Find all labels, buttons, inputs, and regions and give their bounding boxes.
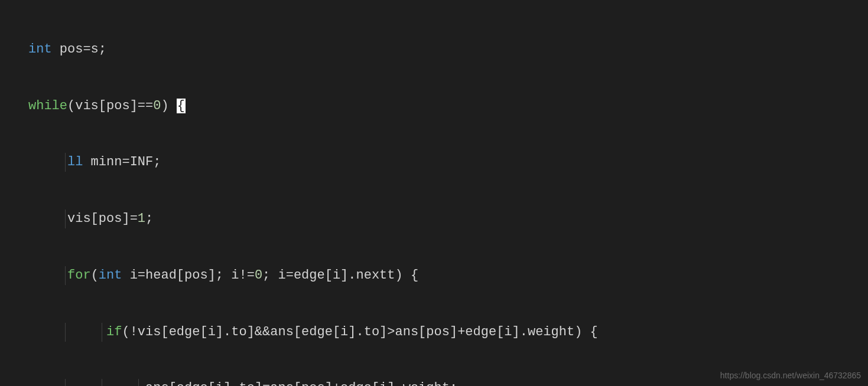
cursor-brace: { (177, 99, 186, 113)
indent-guide (65, 210, 66, 228)
code-text: ) (161, 99, 176, 113)
code-text: i=head[pos]; i!= (122, 268, 254, 283)
keyword-type: int (28, 42, 52, 57)
code-text: (vis[pos]== (67, 99, 153, 113)
keyword-control: while (28, 99, 67, 113)
code-editor[interactable]: int pos=s; while(vis[pos]==0) { ll minn=… (0, 0, 868, 386)
indent-guide (102, 379, 102, 386)
code-text: vis[pos]= (67, 211, 138, 226)
indent-guide (65, 323, 66, 342)
number-literal: 1 (138, 211, 145, 226)
keyword-control: if (106, 325, 122, 339)
indent-guide (65, 266, 66, 285)
keyword-type: int (99, 268, 122, 283)
code-text: pos=s; (52, 42, 106, 57)
indent-guide (138, 379, 139, 386)
code-text: ( (91, 268, 99, 283)
watermark: https://blog.csdn.net/weixin_46732865 (720, 369, 861, 381)
code-line: vis[pos]=1; (28, 210, 868, 228)
indent-guide (65, 153, 66, 172)
code-line: for(int i=head[pos]; i!=0; i=edge[i].nex… (28, 266, 868, 285)
code-text: ans[edge[i].to]=ans[pos]+edge[i].weight; (145, 381, 457, 386)
code-text: ; i=edge[i].nextt) { (262, 268, 418, 283)
keyword-type: ll (67, 155, 83, 169)
code-line: while(vis[pos]==0) { (28, 97, 868, 116)
code-line: int pos=s; (28, 40, 868, 59)
number-literal: 0 (255, 268, 262, 283)
number-literal: 0 (153, 99, 161, 113)
indent-guide (102, 323, 102, 342)
code-text: ; (145, 211, 153, 226)
keyword-control: for (67, 268, 91, 283)
code-line: ll minn=INF; (28, 153, 868, 172)
code-text: (!vis[edge[i].to]&&ans[edge[i].to]>ans[p… (122, 325, 597, 339)
indent-guide (65, 379, 66, 386)
code-line: if(!vis[edge[i].to]&&ans[edge[i].to]>ans… (28, 323, 868, 342)
code-text: minn=INF; (83, 155, 161, 169)
